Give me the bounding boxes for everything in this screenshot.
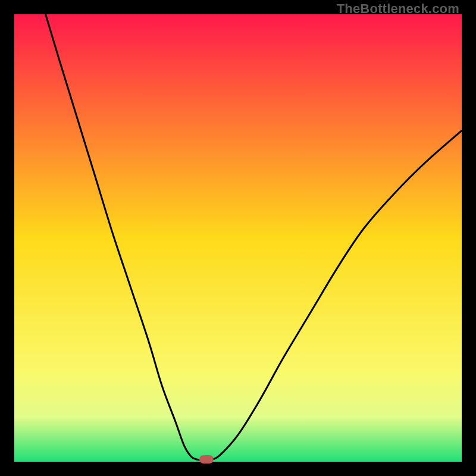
gradient-background [14,14,462,462]
bottleneck-marker [199,455,214,464]
chart-frame [14,14,462,462]
chart-svg [14,14,462,462]
